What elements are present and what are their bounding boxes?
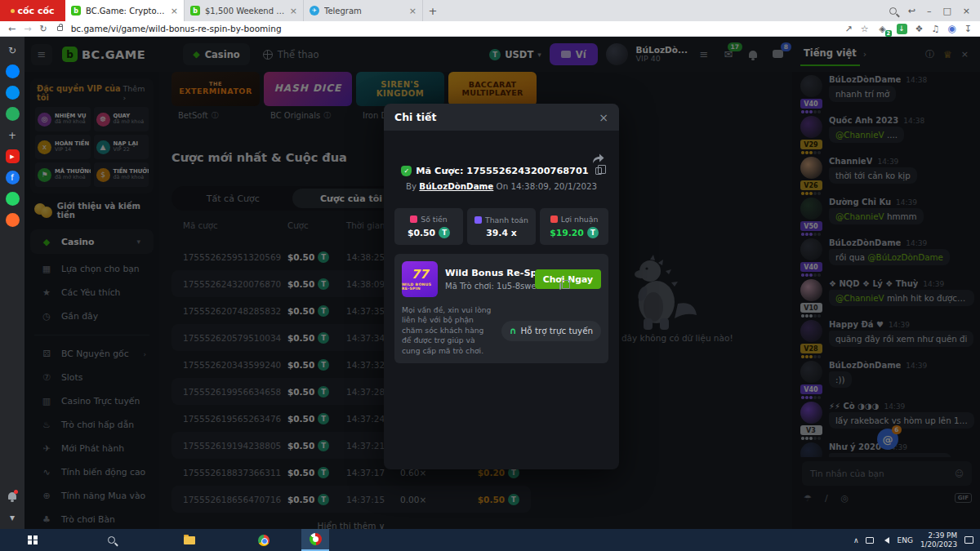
- stat-label-text: Thanh toán: [485, 216, 528, 224]
- close-button[interactable]: ×: [963, 6, 970, 16]
- modal-title: Chi tiết: [394, 111, 599, 123]
- tether-coin-icon: T: [439, 227, 450, 238]
- coccoc-download-icon[interactable]: ↓: [897, 24, 907, 34]
- history-icon[interactable]: ↻: [6, 43, 20, 57]
- bet-byline: By BúLozDònDame On 14:38:09, 20/1/2023: [384, 181, 619, 191]
- url-text[interactable]: bc.game/vi/game/wild-bonus-re-spin-by-bo…: [71, 24, 837, 33]
- stat-label: Thanh toán: [474, 216, 528, 224]
- chrome-icon[interactable]: [252, 529, 275, 551]
- live-support-label: Hỗ trợ trực tuyến: [521, 326, 593, 335]
- brand-label: cốc cốc: [17, 6, 54, 16]
- address-bar: ← → ↻ bc.game/vi/game/wild-bonus-re-spin…: [0, 21, 980, 37]
- browser-tab[interactable]: b$1,500 Weekend Platipus Mu×: [185, 0, 304, 21]
- system-tray: ∧ ENG 2:39 PM 1/20/2023: [853, 531, 980, 549]
- taskbar-clock[interactable]: 2:39 PM 1/20/2023: [920, 531, 957, 549]
- tab-close-icon[interactable]: ×: [171, 6, 178, 16]
- lock-icon: [57, 26, 63, 31]
- bet-id-line: ✓ Mã Cược: 1755526243200768701: [384, 166, 619, 176]
- volume-icon[interactable]: [881, 537, 889, 544]
- tray-expand-icon[interactable]: ∧: [853, 536, 859, 544]
- game-thumb-text: WILD BONUS RE-SPIN: [402, 282, 438, 291]
- collapse-sidebar-icon[interactable]: ▾: [6, 510, 20, 524]
- bookmark-star-icon[interactable]: ☆: [861, 24, 869, 34]
- profile-icon[interactable]: ◉: [947, 23, 956, 34]
- game-code-copy-icon[interactable]: [559, 282, 561, 290]
- browser-tab[interactable]: ✈Telegram×: [304, 0, 423, 21]
- by-label: By: [406, 181, 416, 191]
- game-thumbnail[interactable]: 77 WILD BONUS RE-SPIN: [402, 261, 438, 297]
- bet-datetime: 14:38:09, 20/1/2023: [511, 181, 598, 191]
- tab-search-icon[interactable]: [889, 7, 897, 15]
- forward-icon[interactable]: →: [24, 24, 31, 34]
- back-icon[interactable]: ←: [8, 24, 16, 34]
- orange-app-icon[interactable]: [6, 213, 20, 227]
- start-button[interactable]: [21, 529, 44, 551]
- modal-close-icon[interactable]: ×: [599, 111, 608, 124]
- file-explorer-icon[interactable]: [178, 529, 201, 551]
- game-thumb-number: 77: [412, 269, 429, 281]
- taskbar-time: 2:39 PM: [929, 531, 957, 540]
- tab-close-icon[interactable]: ×: [409, 6, 416, 16]
- add-app-icon[interactable]: +: [6, 128, 20, 142]
- minimize-button[interactable]: –: [927, 6, 932, 16]
- stat-label: Lợi nhuận: [550, 215, 599, 224]
- game-code-label: Mã Trò chơi:: [445, 282, 494, 291]
- stat-value: $0.50T: [408, 227, 450, 238]
- tab-title: Telegram: [324, 7, 404, 16]
- shield-badge: 2: [885, 30, 892, 37]
- bcgame-favicon-icon: b: [190, 6, 200, 16]
- zalo-icon[interactable]: [6, 86, 20, 100]
- language-indicator[interactable]: ENG: [897, 536, 912, 544]
- shield-icon[interactable]: ◈2: [877, 24, 889, 34]
- new-tab-button[interactable]: +: [423, 0, 443, 21]
- windows-taskbar: ∧ ENG 2:39 PM 1/20/2023: [0, 529, 980, 551]
- coccoc-taskbar-icon[interactable]: [301, 529, 329, 551]
- action-center-icon[interactable]: [964, 536, 973, 544]
- stat-card: Thanh toán39.4 x: [467, 208, 536, 245]
- tab-close-icon[interactable]: ×: [290, 6, 297, 16]
- stat-value: $19.20T: [550, 227, 599, 238]
- reload-icon[interactable]: ↻: [39, 24, 47, 34]
- history-back-icon[interactable]: ↩: [908, 6, 915, 16]
- game-card: 77 WILD BONUS RE-SPIN Wild Bonus Re-Spin…: [394, 254, 608, 363]
- browser-tab[interactable]: bBC.Game: Crypto Casino Gan×: [65, 0, 185, 21]
- taskbar-search-icon[interactable]: [100, 529, 122, 551]
- coccoc-brand[interactable]: cốc cốc: [0, 0, 65, 21]
- notification-bell-icon[interactable]: [8, 491, 16, 502]
- modal-share-icon[interactable]: [591, 153, 604, 164]
- downloads-tray-icon[interactable]: ↧: [964, 24, 972, 34]
- support-help-text: Mọi vấn đề, xin vui lòng liên hệ với bộ …: [402, 305, 495, 356]
- network-icon[interactable]: [866, 537, 874, 544]
- card-icon: [474, 216, 482, 224]
- stat-value-text: 39.4 x: [486, 228, 516, 238]
- player-link[interactable]: BúLozDònDame: [419, 181, 493, 191]
- copy-icon[interactable]: [595, 167, 602, 175]
- share-icon[interactable]: ↗: [844, 24, 852, 34]
- stat-label: Số tiền: [410, 215, 447, 224]
- stat-value-text: $0.50: [408, 228, 435, 238]
- facebook-icon[interactable]: f: [6, 171, 20, 184]
- game-title: Wild Bonus Re-Spin: [445, 268, 528, 278]
- stat-value: 39.4 x: [486, 228, 516, 238]
- window-controls: ↩ – □ ×: [880, 0, 980, 21]
- messenger-icon[interactable]: [6, 64, 20, 78]
- youtube-icon[interactable]: ▶: [6, 149, 20, 163]
- live-support-button[interactable]: ∩ Hỗ trợ trực tuyến: [501, 321, 601, 341]
- maximize-button[interactable]: □: [942, 6, 951, 16]
- chat-app-icon[interactable]: [6, 192, 20, 206]
- stat-hand: Lợi nhuận$19.20T: [540, 208, 608, 245]
- stat-money: Số tiền$0.50T: [394, 208, 463, 245]
- green-app-icon[interactable]: [6, 107, 20, 121]
- stat-value-text: $19.20: [550, 228, 584, 238]
- screen: cốc cốc bBC.Game: Crypto Casino Gan×b$1,…: [0, 0, 980, 551]
- music-icon[interactable]: ♫: [931, 24, 939, 34]
- flower-icon: [11, 9, 15, 13]
- headphones-icon: ∩: [510, 326, 517, 336]
- bcgame-favicon-icon: b: [71, 6, 81, 16]
- tab-title: BC.Game: Crypto Casino Gan: [86, 7, 166, 16]
- taskbar-date: 1/20/2023: [920, 540, 957, 549]
- bet-details-modal: Chi tiết × ✓ Mã Cược: 175552624320076870…: [384, 104, 619, 469]
- browser-sidebar-bottom: ▾: [6, 491, 20, 524]
- extensions-icon[interactable]: ❖: [915, 24, 924, 34]
- verified-shield-icon: ✓: [401, 166, 412, 176]
